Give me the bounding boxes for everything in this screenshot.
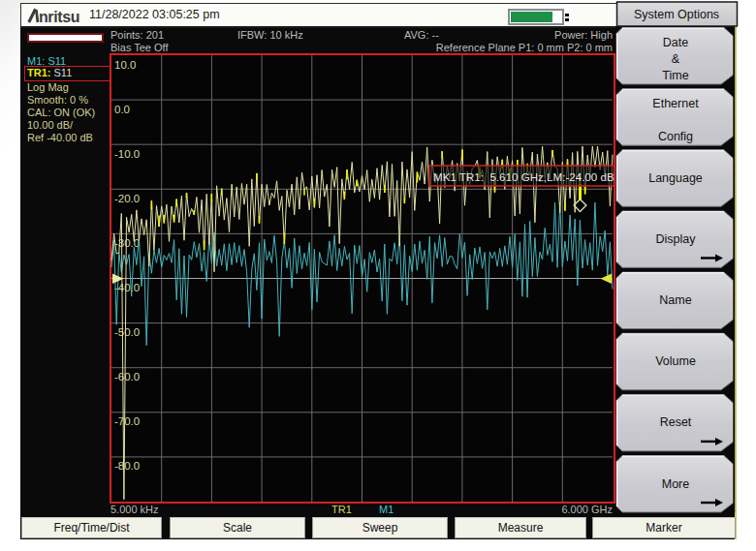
svg-text:Volume: Volume	[655, 354, 696, 368]
svg-text:nritsu: nritsu	[39, 9, 79, 23]
svg-text:0.0: 0.0	[114, 103, 130, 114]
svg-text:Config: Config	[658, 130, 693, 143]
svg-text:Language: Language	[648, 171, 703, 185]
svg-text:10.0: 10.0	[114, 58, 136, 70]
svg-text:-60.0: -60.0	[114, 371, 140, 383]
svg-text:Reset: Reset	[660, 415, 692, 429]
svg-text:-80.0: -80.0	[114, 460, 140, 472]
svg-text:Ethernet: Ethernet	[652, 97, 699, 110]
svg-text:-70.0: -70.0	[114, 415, 140, 427]
svg-text:&: &	[672, 52, 680, 66]
svg-text:Display: Display	[656, 232, 697, 246]
svg-text:MK1 TR1: 5.610 GHz,LM:-24.00: MK1 TR1: 5.610 GHz,LM:-24.00 dB	[433, 169, 614, 182]
svg-text:-10.0: -10.0	[114, 147, 140, 159]
svg-text:Name: Name	[659, 293, 691, 307]
svg-text:-30.0: -30.0	[114, 236, 140, 248]
svg-text:-20.0: -20.0	[114, 192, 140, 203]
svg-text:Date: Date	[663, 36, 688, 49]
svg-text:Time: Time	[662, 69, 688, 82]
svg-text:More: More	[662, 477, 690, 491]
svg-text:System Options: System Options	[634, 8, 719, 21]
svg-text:-50.0: -50.0	[114, 326, 140, 338]
